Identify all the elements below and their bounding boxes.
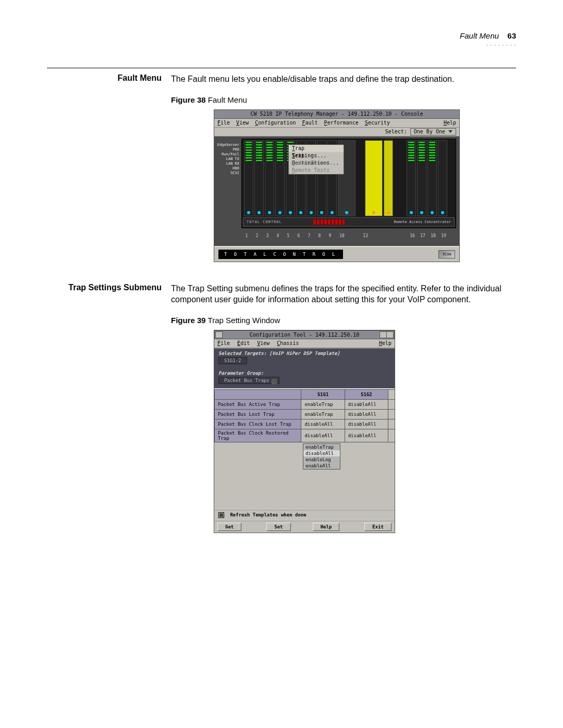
popup-opt[interactable]: enableTrap [303, 444, 340, 450]
set-button[interactable]: Set [266, 523, 290, 531]
param-group-label: Parameter Group: [218, 371, 390, 376]
menu-performance[interactable]: Performance [324, 119, 359, 127]
cell[interactable]: disableAll [301, 429, 345, 442]
cell-value-popup: enableTrap disableAll enableLog enableAl… [303, 443, 340, 470]
help-button[interactable]: Help [313, 523, 340, 531]
header-dots: · · · · · · · · [460, 42, 516, 48]
menu-help[interactable]: Help [379, 339, 391, 348]
col-s1g1: S1G1 [301, 389, 345, 399]
slot-numbers: 1 2 3 4 5 6 7 8 9 10 13 16 17 18 19 [241, 233, 456, 240]
cell[interactable]: disableAll [301, 419, 345, 429]
get-button[interactable]: Get [217, 523, 241, 531]
slot-19[interactable] [438, 140, 447, 216]
menu-view[interactable]: View [236, 119, 249, 127]
popup-opt[interactable]: enableLog [303, 456, 340, 463]
fig38-titlebar: CW 5210 IP Telephony Manager - 149.112.2… [214, 110, 459, 119]
slot-1[interactable] [244, 140, 253, 216]
slot-13-a[interactable] [365, 140, 383, 216]
total-control-badge: T O T A L C O N T R O L [218, 250, 343, 259]
body-trap-settings: The Trap Setting submenu defines the tra… [171, 283, 516, 305]
figure38-window: CW 5210 IP Telephony Manager - 149.112.2… [214, 109, 460, 262]
section-trap-settings: Trap Settings Submenu The Trap Setting s… [47, 283, 516, 305]
slot-16[interactable] [407, 140, 416, 216]
dd-modem-tests: Modem Tests... [289, 159, 344, 167]
refresh-label: Refresh Templates when done [230, 512, 306, 517]
fig38-footer: T O T A L C O N T R O L 3Com [214, 246, 459, 262]
cell[interactable]: disableAll [345, 419, 388, 429]
chassis-bottom-bar: TOTAL CONTROL Remote Access Concentrator [243, 217, 455, 227]
menu-fault[interactable]: Fault [302, 119, 317, 127]
slot-4[interactable] [275, 140, 285, 216]
header-page-num: 63 [507, 31, 516, 40]
figure39-window: Configuration Tool - 149.112.250.10 File… [214, 330, 395, 533]
slot-2[interactable] [254, 140, 264, 216]
fig39-button-row: Get Set Help Exit [214, 520, 395, 533]
menu-help[interactable]: Help [444, 119, 456, 127]
cell[interactable]: enableTrap [301, 399, 345, 409]
heading-trap-settings: Trap Settings Submenu [47, 283, 162, 305]
table-row: Packet Bus Clock Lost TrapdisableAlldisa… [215, 419, 395, 429]
menu-security[interactable]: Security [365, 119, 390, 127]
selected-targets-label: Selected Targets: [VoIP HiPer DSP Templa… [218, 351, 390, 356]
header-section: Fault Menu [460, 31, 499, 40]
col-s1g2: S1G2 [345, 389, 388, 399]
trap-table: S1G1 S1G2 Packet Bus Active TrapenableTr… [214, 389, 395, 442]
dd-remote-tests: Remote Tests [289, 167, 344, 174]
table-row: Packet Bus Lost TrapenableTrapdisableAll [215, 409, 395, 419]
target-box[interactable]: S1G1-2 [218, 357, 247, 364]
3com-logo: 3Com [438, 250, 455, 258]
fig38-toolbar: Trap Settings... Trap Destinations... Mo… [214, 128, 459, 137]
menu-file[interactable]: File [217, 119, 230, 127]
table-row: Packet Bus Clock Restored TrapdisableAll… [215, 429, 395, 442]
popup-opt-selected[interactable]: disableAll [303, 450, 340, 456]
dd-trap-settings[interactable]: Trap Settings... [289, 145, 344, 152]
fault-dropdown: Trap Settings... Trap Destinations... Mo… [288, 144, 344, 175]
menu-edit[interactable]: Edit [237, 339, 250, 348]
fig39-table-area: S1G1 S1G2 Packet Bus Active TrapenableTr… [214, 388, 395, 509]
slot-17[interactable] [417, 140, 426, 216]
menu-chassis[interactable]: Chassis [277, 339, 299, 348]
fig39-refresh-row: Refresh Templates when done [214, 509, 395, 520]
figure39-caption: Figure 39 Trap Setting Window [171, 316, 516, 325]
red-indicator [313, 219, 345, 225]
refresh-checkbox[interactable] [218, 512, 224, 518]
figure38-caption: Figure 38 Fault Menu [171, 95, 516, 104]
fig38-menubar: File View Configuration Fault Performanc… [214, 119, 459, 128]
chassis-frame: TOTAL CONTROL Remote Access Concentrator [241, 139, 456, 228]
menu-view[interactable]: View [257, 339, 270, 348]
section-fault-menu: Fault Menu The Fault menu lets you enabl… [47, 73, 516, 85]
tc-bar-label: TOTAL CONTROL [247, 220, 282, 224]
select-label: Select: [385, 129, 407, 134]
cell[interactable]: disableAll [345, 409, 388, 419]
page-header: Fault Menu 63 · · · · · · · · [460, 31, 516, 48]
table-row: Packet Bus Active TrapenableTrapdisableA… [215, 399, 395, 409]
rac-label: Remote Access Concentrator [394, 220, 451, 224]
fig39-context-panel: Selected Targets: [VoIP HiPer DSP Templa… [214, 349, 395, 388]
select-control: Select: One By One [385, 128, 456, 135]
window-max-icon[interactable] [386, 331, 394, 338]
slot-3[interactable] [265, 140, 274, 216]
table-header-row: S1G1 S1G2 [215, 389, 395, 399]
popup-opt[interactable]: enableAll [303, 463, 340, 469]
exit-button[interactable]: Exit [364, 523, 391, 531]
window-menu-icon[interactable] [215, 331, 223, 338]
param-group-dropdown[interactable]: Packet Bus Traps [218, 377, 279, 384]
menu-file[interactable]: File [217, 339, 230, 348]
cell[interactable]: disableAll [345, 429, 388, 442]
cell[interactable]: disableAll [345, 399, 388, 409]
body-fault-menu: The Fault menu lets you enable/disable t… [171, 73, 516, 85]
cell[interactable]: enableTrap [301, 409, 345, 419]
fig39-menubar: File Edit View Chassis Help [214, 339, 395, 349]
select-dropdown[interactable]: One By One [410, 128, 456, 135]
menu-configuration[interactable]: Configuration [255, 119, 296, 127]
chassis-row-labels: EdgeServerPRORun/Fail LAN TXLAN RXHDDSCS… [216, 143, 239, 176]
chevron-down-icon [448, 130, 452, 133]
window-min-icon[interactable] [380, 331, 387, 338]
heading-fault-menu: Fault Menu [47, 73, 162, 85]
fig39-titlebar: Configuration Tool - 149.112.250.10 [214, 330, 395, 339]
horizontal-rule [47, 68, 516, 68]
slot-13-b[interactable] [384, 140, 393, 216]
slot-18[interactable] [427, 140, 437, 216]
